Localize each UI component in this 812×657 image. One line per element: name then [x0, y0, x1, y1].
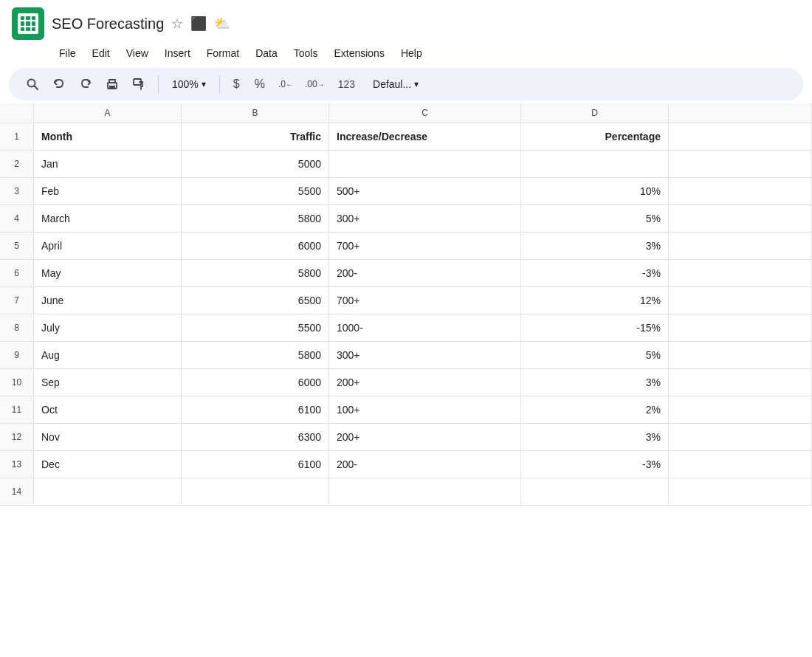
cell-change[interactable]: 200- — [329, 451, 521, 478]
cell-change[interactable]: 200+ — [329, 369, 521, 396]
menu-insert[interactable]: Insert — [157, 44, 198, 62]
cell-change[interactable]: 300+ — [329, 342, 521, 368]
cell-percentage[interactable]: -3% — [521, 260, 669, 286]
cell-percentage[interactable]: -3% — [521, 451, 669, 478]
col-header-a[interactable]: A — [34, 103, 182, 123]
cell-month[interactable]: March — [34, 205, 182, 232]
cell-percentage[interactable]: 3% — [521, 233, 669, 259]
menu-format[interactable]: Format — [199, 44, 247, 62]
cell-extra[interactable] — [669, 314, 812, 341]
cell-traffic[interactable]: 6000 — [182, 233, 329, 259]
cell-percentage[interactable]: 2% — [521, 396, 669, 423]
cell-traffic[interactable]: 6100 — [182, 396, 329, 423]
cell-traffic[interactable]: 6000 — [182, 369, 329, 396]
cell-traffic[interactable]: 6100 — [182, 451, 329, 478]
number-format-button[interactable]: 123 — [332, 72, 361, 96]
cell-percentage[interactable]: 3% — [521, 424, 669, 450]
menu-file[interactable]: File — [52, 44, 83, 62]
cell-extra[interactable] — [669, 424, 812, 450]
cell-extra[interactable] — [669, 123, 812, 150]
paint-format-button[interactable] — [127, 72, 151, 96]
table-row[interactable]: 4 March 5800 300+ 5% — [0, 205, 812, 233]
col-header-d[interactable]: D — [521, 103, 669, 123]
menu-tools[interactable]: Tools — [286, 44, 326, 62]
cell-month[interactable]: Sep — [34, 369, 182, 396]
cell-month[interactable]: April — [34, 233, 182, 259]
cell-extra[interactable] — [669, 396, 812, 423]
cell-month[interactable]: June — [34, 287, 182, 314]
cell-extra[interactable] — [669, 205, 812, 232]
menu-view[interactable]: View — [119, 44, 156, 62]
print-button[interactable] — [100, 72, 124, 96]
table-row[interactable]: 9 Aug 5800 300+ 5% — [0, 342, 812, 369]
cell-percentage[interactable]: 5% — [521, 342, 669, 368]
table-row[interactable]: 14 — [0, 478, 812, 506]
menu-help[interactable]: Help — [393, 44, 430, 62]
table-row[interactable]: 12 Nov 6300 200+ 3% — [0, 424, 812, 451]
cell-traffic[interactable]: 5000 — [182, 151, 329, 177]
cell-extra[interactable] — [669, 178, 812, 204]
cell-extra[interactable] — [669, 233, 812, 259]
cell-traffic[interactable]: 5800 — [182, 205, 329, 232]
cell-traffic[interactable]: 5800 — [182, 342, 329, 368]
cell-extra[interactable] — [669, 451, 812, 478]
cell-change[interactable]: 200- — [329, 260, 521, 286]
cell-change[interactable]: 100+ — [329, 396, 521, 423]
col-header-c[interactable]: C — [329, 103, 521, 123]
cell-month[interactable]: Aug — [34, 342, 182, 368]
cell-change[interactable] — [329, 151, 521, 177]
cell-month[interactable]: Feb — [34, 178, 182, 204]
cell-percentage[interactable]: 12% — [521, 287, 669, 314]
cell-extra[interactable] — [669, 478, 812, 505]
cell-change[interactable]: 700+ — [329, 287, 521, 314]
decimal-less-button[interactable]: .0 ← — [274, 72, 297, 96]
cell-extra[interactable] — [669, 151, 812, 177]
cell-month[interactable]: Jan — [34, 151, 182, 177]
cell-month[interactable]: Oct — [34, 396, 182, 423]
cell-month[interactable]: Month — [34, 123, 182, 150]
cell-traffic[interactable]: 5500 — [182, 178, 329, 204]
cell-month[interactable]: Nov — [34, 424, 182, 450]
table-row[interactable]: 5 April 6000 700+ 3% — [0, 233, 812, 260]
cell-traffic[interactable]: Traffic — [182, 123, 329, 150]
menu-extensions[interactable]: Extensions — [326, 44, 391, 62]
cell-month[interactable]: May — [34, 260, 182, 286]
cell-percentage[interactable] — [521, 478, 669, 505]
cell-change[interactable]: 1000- — [329, 314, 521, 341]
cell-percentage[interactable]: 10% — [521, 178, 669, 204]
cell-month[interactable] — [34, 478, 182, 505]
folder-icon[interactable]: ⬛ — [190, 16, 207, 32]
cell-change[interactable]: 700+ — [329, 233, 521, 259]
cell-change[interactable]: 500+ — [329, 178, 521, 204]
cell-percentage[interactable]: 3% — [521, 369, 669, 396]
table-row[interactable]: 3 Feb 5500 500+ 10% — [0, 178, 812, 205]
table-row[interactable]: 11 Oct 6100 100+ 2% — [0, 396, 812, 424]
col-header-b[interactable]: B — [182, 103, 329, 123]
cell-percentage[interactable]: -15% — [521, 314, 669, 341]
search-button[interactable] — [21, 72, 44, 96]
font-selector[interactable]: Defaul... ▾ — [367, 75, 424, 93]
cell-traffic[interactable]: 6500 — [182, 287, 329, 314]
table-row[interactable]: 7 June 6500 700+ 12% — [0, 287, 812, 314]
table-row[interactable]: 13 Dec 6100 200- -3% — [0, 451, 812, 478]
table-row[interactable]: 1 Month Traffic Increase/Decrease Percen… — [0, 123, 812, 151]
cell-extra[interactable] — [669, 369, 812, 396]
percent-button[interactable]: % — [249, 75, 271, 94]
cell-month[interactable]: July — [34, 314, 182, 341]
cell-change[interactable] — [329, 478, 521, 505]
cell-traffic[interactable]: 5500 — [182, 314, 329, 341]
cell-change[interactable]: Increase/Decrease — [329, 123, 521, 150]
cell-extra[interactable] — [669, 260, 812, 286]
table-row[interactable]: 2 Jan 5000 — [0, 151, 812, 178]
decimal-more-button[interactable]: .00 → — [300, 72, 329, 96]
star-icon[interactable]: ☆ — [171, 16, 183, 32]
doc-title[interactable]: SEO Forecasting — [52, 16, 164, 32]
cell-extra[interactable] — [669, 287, 812, 314]
redo-button[interactable] — [74, 72, 97, 96]
table-row[interactable]: 6 May 5800 200- -3% — [0, 260, 812, 287]
cell-percentage[interactable]: 5% — [521, 205, 669, 232]
cell-traffic[interactable]: 6300 — [182, 424, 329, 450]
table-row[interactable]: 10 Sep 6000 200+ 3% — [0, 369, 812, 396]
cell-change[interactable]: 200+ — [329, 424, 521, 450]
menu-data[interactable]: Data — [248, 44, 285, 62]
